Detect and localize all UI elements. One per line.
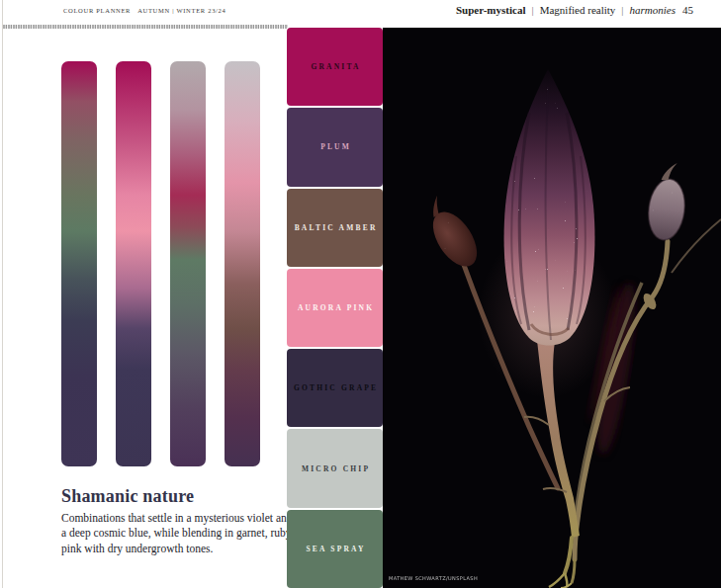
swatch-label: GOTHIC GRAPE bbox=[292, 383, 379, 392]
separator: | bbox=[525, 4, 539, 16]
theme-label: Super-mystical bbox=[456, 4, 525, 16]
swatch-label: PLUM bbox=[318, 142, 351, 151]
brand-label: COLOUR PLANNER bbox=[63, 7, 131, 14]
swatch-label: GRANITA bbox=[309, 62, 360, 71]
flower-illustration bbox=[383, 28, 721, 588]
swatch-column: GRANITA PLUM BALTIC AMBER AURORA PINK GO… bbox=[287, 28, 383, 588]
season-label: AUTUMN | WINTER 23/24 bbox=[137, 7, 225, 14]
swatch-micro-chip: MICRO CHIP bbox=[287, 429, 383, 507]
swatch-baltic-amber: BALTIC AMBER bbox=[287, 189, 383, 267]
swatch-label: MICRO CHIP bbox=[300, 464, 370, 473]
story-title: Shamanic nature bbox=[61, 486, 297, 507]
swatch-plum: PLUM bbox=[287, 108, 383, 186]
page-number: 45 bbox=[682, 4, 693, 16]
page-edge-line bbox=[2, 0, 3, 588]
swatch-granita: GRANITA bbox=[287, 28, 383, 106]
swatch-label: AURORA PINK bbox=[296, 303, 375, 312]
section-label: Magnified reality bbox=[540, 4, 616, 16]
gradient-bar-1 bbox=[61, 61, 97, 466]
header-right: Super-mystical|Magnified reality|harmoni… bbox=[456, 4, 693, 16]
header-left: COLOUR PLANNERAUTUMN | WINTER 23/24 bbox=[63, 7, 226, 14]
photo-credit: MATHEW SCHWARTZ/UNSPLASH bbox=[389, 575, 478, 581]
gradient-bar-group bbox=[61, 61, 261, 466]
gradient-bar-2 bbox=[116, 61, 151, 466]
separator: | bbox=[615, 4, 629, 16]
story-block: Shamanic nature Combinations that settle… bbox=[61, 486, 297, 556]
dotted-rule bbox=[3, 25, 288, 29]
flower-photo: MATHEW SCHWARTZ/UNSPLASH bbox=[383, 28, 721, 588]
gradient-bar-3 bbox=[170, 61, 206, 466]
swatch-sea-spray: SEA SPRAY bbox=[287, 510, 383, 588]
swatch-gothic-grape: GOTHIC GRAPE bbox=[287, 349, 383, 427]
colour-planner-page: COLOUR PLANNERAUTUMN | WINTER 23/24 Supe… bbox=[0, 0, 721, 588]
story-description: Combinations that settle in a mysterious… bbox=[61, 511, 297, 556]
gradient-bar-4 bbox=[225, 61, 260, 466]
swatch-aurora-pink: AURORA PINK bbox=[287, 269, 383, 347]
swatch-label: BALTIC AMBER bbox=[292, 223, 377, 232]
subsection-label: harmonies bbox=[630, 4, 676, 16]
swatch-label: SEA SPRAY bbox=[304, 545, 365, 553]
